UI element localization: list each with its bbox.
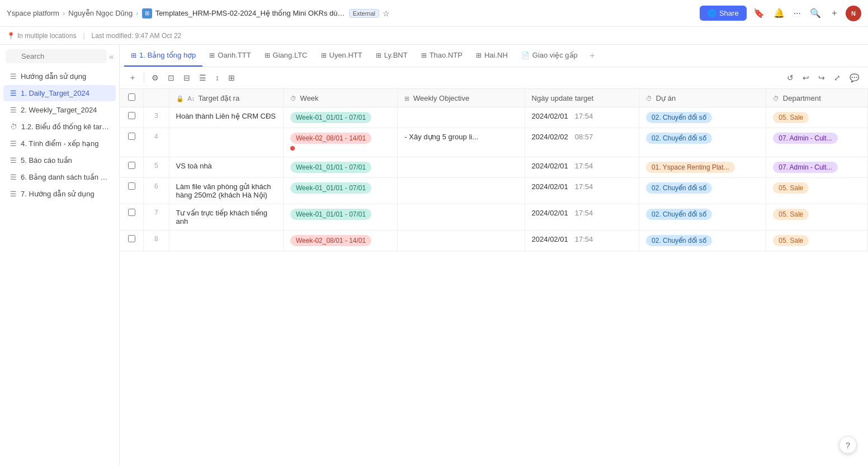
td-weekly-obj[interactable] <box>398 157 525 178</box>
td-target[interactable]: Hoàn thành Liên hệ CRM CĐS <box>169 107 283 128</box>
duan-badge[interactable]: 02. Chuyển đổi số <box>646 133 712 144</box>
week-badge[interactable]: Week-01_01/01 - 07/01 <box>290 162 371 173</box>
td-target[interactable] <box>169 231 283 251</box>
td-weekly-obj[interactable] <box>398 178 525 204</box>
dept-badge[interactable]: 05. Sale <box>773 182 809 194</box>
row-checkbox[interactable] <box>128 209 135 216</box>
td-weekly-obj[interactable] <box>398 107 525 128</box>
td-duan[interactable]: 02. Chuyển đổi số <box>639 178 766 204</box>
td-week[interactable]: Week-01_01/01 - 07/01 <box>283 107 397 128</box>
td-target[interactable] <box>169 128 283 157</box>
row-checkbox[interactable] <box>128 133 135 140</box>
td-target[interactable]: Tư vấn trực tiếp khách tiếng anh <box>169 204 283 231</box>
workspace-link[interactable]: Yspace platform <box>7 9 59 17</box>
td-weekly-obj[interactable]: - Xây dựng 5 group li... <box>398 128 525 157</box>
add-row-button[interactable]: ＋ <box>125 71 140 85</box>
refresh-button[interactable]: ↺ <box>784 71 797 84</box>
td-duan[interactable]: 02. Chuyển đổi số <box>639 204 766 231</box>
td-week[interactable]: Week-01_01/01 - 07/01 <box>283 157 397 178</box>
tab-thao-ntp[interactable]: ⊞ Thao.NTP <box>414 45 469 67</box>
tab-icon-hai-nh: ⊞ <box>476 51 482 59</box>
dept-badge[interactable]: 05. Sale <box>773 209 809 220</box>
duan-badge[interactable]: 02. Chuyển đổi số <box>646 209 712 220</box>
row-checkbox[interactable] <box>128 182 135 190</box>
sort-button[interactable]: ↕ <box>212 71 223 84</box>
dept-badge[interactable]: 07. Admin - Cult... <box>773 133 837 144</box>
tab-oanh-ttt[interactable]: ⊞ Oanh.TTT <box>202 45 257 67</box>
sidebar-item-bao-cao[interactable]: ☰ 5. Báo cáo tuần <box>3 152 116 168</box>
dept-badge[interactable]: 05. Sale <box>773 235 809 246</box>
duan-badge[interactable]: 01. Yspace Renting Plat... <box>646 162 735 173</box>
td-checkbox <box>120 204 144 231</box>
share-button[interactable]: 🌐 Share <box>700 6 747 21</box>
sidebar: 🔍 « ☰ Hướng dẫn sử dụng☰ 1. Daily_Target… <box>0 45 120 465</box>
duan-badge[interactable]: 02. Chuyển đổi số <box>646 112 712 123</box>
sidebar-item-bang-ds[interactable]: ☰ 6. Bảng danh sách tuần - ... <box>3 169 116 185</box>
td-duan[interactable]: 02. Chuyển đổi số <box>639 128 766 157</box>
week-badge[interactable]: Week-02_08/01 - 14/01 <box>290 235 371 246</box>
undo-button[interactable]: ↩ <box>799 71 813 84</box>
week-badge[interactable]: Week-01_01/01 - 07/01 <box>290 112 371 123</box>
td-week[interactable]: Week-01_01/01 - 07/01 <box>283 204 397 231</box>
td-weekly-obj[interactable] <box>398 204 525 231</box>
select-all-checkbox[interactable] <box>128 93 135 101</box>
td-week[interactable]: Week-01_01/01 - 07/01 <box>283 178 397 204</box>
tab-ly-bnt[interactable]: ⊞ Ly.BNT <box>369 45 414 67</box>
td-duan[interactable]: 02. Chuyển đổi số <box>639 107 766 128</box>
more-options-button[interactable]: ··· <box>791 6 803 21</box>
row-checkbox[interactable] <box>128 235 135 242</box>
user-link[interactable]: Nguyễn Ngọc Dũng <box>68 9 133 17</box>
tab-giang-ltc[interactable]: ⊞ Giang.LTC <box>258 45 314 67</box>
dept-badge[interactable]: 07. Admin - Cult... <box>773 162 837 173</box>
td-dept[interactable]: 05. Sale <box>766 178 868 204</box>
td-dept[interactable]: 07. Admin - Cult... <box>766 128 868 157</box>
td-duan[interactable]: 01. Yspace Renting Plat... <box>639 157 766 178</box>
dept-badge[interactable]: 05. Sale <box>773 112 809 123</box>
td-dept[interactable]: 05. Sale <box>766 204 868 231</box>
bell-icon-button[interactable]: 🔔 <box>771 6 787 21</box>
help-button[interactable]: ? <box>839 436 857 454</box>
week-badge[interactable]: Week-01_01/01 - 07/01 <box>290 182 371 194</box>
search-button[interactable]: 🔍 <box>808 6 823 21</box>
duan-badge[interactable]: 02. Chuyển đổi số <box>646 182 712 194</box>
week-badge[interactable]: Week-02_08/01 - 14/01 <box>290 133 371 144</box>
row-height-button[interactable]: ⊞ <box>225 71 238 84</box>
add-tab-button[interactable]: ＋ <box>584 50 600 62</box>
td-target[interactable]: VS toà nhà <box>169 157 283 178</box>
td-week[interactable]: Week-02_08/01 - 14/01 <box>283 231 397 251</box>
new-tab-button[interactable]: ＋ <box>828 5 841 21</box>
td-dept[interactable]: 07. Admin - Cult... <box>766 157 868 178</box>
row-checkbox[interactable] <box>128 162 135 169</box>
redo-button[interactable]: ↪ <box>815 71 828 84</box>
sidebar-item-bieu-do[interactable]: ⏱ 1.2. Biểu đồ thống kê targ... <box>3 119 116 135</box>
td-duan[interactable]: 02. Chuyển đổi số <box>639 231 766 251</box>
tab-uyen-htt[interactable]: ⊞ Uyen.HTT <box>314 45 369 67</box>
sidebar-icon-huong-dan2: ☰ <box>10 190 17 198</box>
sidebar-item-daily-target[interactable]: ☰ 1. Daily_Target_2024 <box>3 85 116 101</box>
tab-hai-nh[interactable]: ⊞ Hai.NH <box>469 45 515 67</box>
td-weekly-obj[interactable] <box>398 231 525 251</box>
td-dept[interactable]: 05. Sale <box>766 231 868 251</box>
hide-fields-button[interactable]: ☰ <box>196 71 210 84</box>
bookmark-icon-button[interactable]: 🔖 <box>751 6 767 21</box>
td-target[interactable]: Làm file văn phòng gửi khách hàng 250m2 … <box>169 178 283 204</box>
sidebar-item-weekly-target[interactable]: ☰ 2. Weekly_Target_2024 <box>3 102 116 118</box>
fullscreen-button[interactable]: ⤢ <box>831 71 844 84</box>
sidebar-item-huong-dan[interactable]: ☰ Hướng dẫn sử dụng <box>3 68 116 84</box>
sidebar-item-huong-dan2[interactable]: ☰ 7. Hướng dẫn sử dụng <box>3 186 116 202</box>
collapse-sidebar-button[interactable]: « <box>109 52 114 61</box>
td-week[interactable]: Week-02_08/01 - 14/01 <box>283 128 397 157</box>
settings-button[interactable]: ⚙ <box>148 71 162 84</box>
filter-button[interactable]: ⊟ <box>180 71 194 84</box>
group-button[interactable]: ⊡ <box>164 71 178 84</box>
td-dept[interactable]: 05. Sale <box>766 107 868 128</box>
search-input[interactable] <box>6 49 107 63</box>
tab-bang-tong-hop[interactable]: ⊞ 1. Bảng tổng hợp <box>124 45 202 67</box>
week-badge[interactable]: Week-01_01/01 - 07/01 <box>290 209 371 220</box>
duan-badge[interactable]: 02. Chuyển đổi số <box>646 235 712 246</box>
row-checkbox[interactable] <box>128 112 135 119</box>
comment-button[interactable]: 💬 <box>846 71 862 84</box>
star-icon[interactable]: ☆ <box>383 9 390 18</box>
tab-giao-viec-gap[interactable]: 📄 Giao việc gấp <box>515 45 584 67</box>
sidebar-item-tinh-diem[interactable]: ☰ 4. Tính điểm - xếp hạng <box>3 135 116 152</box>
